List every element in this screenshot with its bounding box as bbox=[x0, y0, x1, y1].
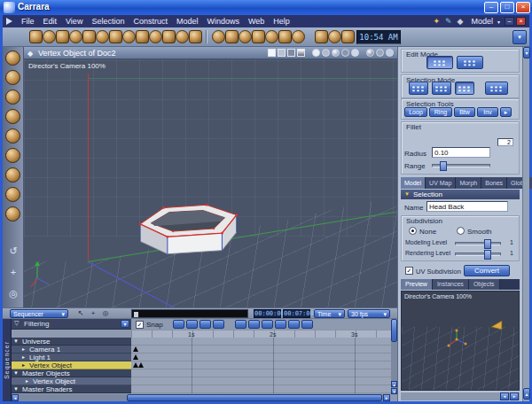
seq-tool-button-2[interactable] bbox=[186, 320, 198, 329]
subdivision-smooth-radio[interactable] bbox=[457, 227, 465, 235]
tool-icon-13[interactable] bbox=[189, 30, 202, 43]
subdivision-none-radio[interactable] bbox=[409, 227, 417, 235]
timeline-ruler[interactable]: 1s 2s 3s bbox=[131, 330, 391, 338]
selection-more-button[interactable]: ▸ bbox=[500, 107, 512, 117]
tool-icon-11[interactable] bbox=[162, 30, 176, 43]
tool-icon-20[interactable] bbox=[292, 30, 305, 43]
tool-icon-23[interactable] bbox=[341, 30, 355, 43]
select-vertex-button[interactable] bbox=[409, 82, 428, 95]
tool-icon-22[interactable] bbox=[328, 30, 341, 43]
expand-icon[interactable]: ▼ bbox=[13, 369, 19, 377]
minimize-button[interactable]: – bbox=[484, 2, 498, 13]
expand-icon[interactable]: ▸ bbox=[22, 346, 25, 354]
tool-icon-19[interactable] bbox=[278, 30, 292, 43]
hscroll-thumb[interactable] bbox=[127, 394, 382, 401]
rendering-slider-thumb[interactable] bbox=[484, 250, 491, 260]
preview-scroll-right-button[interactable]: ▸ bbox=[510, 392, 519, 400]
tab-model[interactable]: Model bbox=[401, 177, 426, 189]
tab-instances[interactable]: Instances bbox=[433, 279, 469, 290]
left-tool-icon-6[interactable] bbox=[5, 148, 20, 163]
left-tool-icon-3[interactable] bbox=[5, 89, 20, 105]
seq-tool-button-4[interactable] bbox=[213, 320, 224, 329]
menu-item-edit[interactable]: Edit bbox=[39, 15, 62, 27]
tab-morph[interactable]: Morph bbox=[456, 177, 481, 189]
tool-icon-2[interactable] bbox=[43, 30, 56, 43]
scroll-right-button[interactable]: ▸ bbox=[383, 394, 390, 401]
tool-icon-17[interactable] bbox=[252, 30, 265, 43]
left-tool-icon-4[interactable] bbox=[5, 109, 20, 124]
vscroll-thumb[interactable] bbox=[391, 319, 397, 342]
left-tool-icon-8[interactable] bbox=[5, 187, 20, 202]
track-name-cell[interactable]: ▼ Universe bbox=[12, 338, 131, 346]
view-sphere-icon-3[interactable] bbox=[332, 49, 340, 57]
left-tool-icon-7[interactable] bbox=[5, 167, 20, 183]
track-name-cell[interactable]: ▸ Vertex Object bbox=[12, 377, 131, 385]
collapse-icon[interactable]: ▼ bbox=[404, 190, 410, 199]
modeling-slider-thumb[interactable] bbox=[484, 239, 491, 249]
tool-icon-8[interactable] bbox=[122, 30, 136, 43]
tool-icon-9[interactable] bbox=[136, 30, 149, 43]
track-name-cell[interactable]: ▼ Master Objects bbox=[12, 369, 131, 377]
mesh-object[interactable] bbox=[137, 198, 242, 258]
tool-icon-15[interactable] bbox=[225, 30, 239, 43]
radius-input[interactable] bbox=[432, 147, 490, 158]
keyframe-marker[interactable] bbox=[138, 362, 144, 368]
range-slider[interactable] bbox=[432, 164, 490, 167]
filtering-dropdown-button[interactable]: ▾ bbox=[121, 320, 129, 328]
room-icon-render[interactable]: ◆ bbox=[458, 17, 464, 26]
fps-dropdown[interactable]: 30 fps ▾ bbox=[348, 309, 390, 318]
seq-tool-button-7[interactable] bbox=[262, 320, 273, 329]
menu-item-selection[interactable]: Selection bbox=[87, 15, 129, 27]
seq-tool-button-3[interactable] bbox=[200, 320, 211, 329]
display-mode-flat-icon[interactable] bbox=[278, 49, 286, 57]
track-name-cell[interactable]: ▸ Light 1 bbox=[12, 354, 131, 361]
preview-viewport[interactable]: Director's Camera 100% bbox=[401, 291, 520, 391]
menu-item-view[interactable]: View bbox=[61, 15, 87, 27]
edit-mode-assembly-button[interactable] bbox=[457, 56, 483, 69]
selection-section-header[interactable]: ▼ Selection bbox=[401, 190, 520, 199]
scroll-down-button[interactable]: ▾ bbox=[391, 388, 397, 394]
expand-icon[interactable]: ▼ bbox=[13, 385, 19, 393]
sequencer-dropdown[interactable]: Sequencer ▾ bbox=[10, 309, 68, 318]
view-sphere-icon-7[interactable] bbox=[376, 49, 384, 57]
menu-item-windows[interactable]: Windows bbox=[202, 15, 244, 27]
seq-tool-button-9[interactable] bbox=[288, 320, 300, 329]
playhead-marker[interactable] bbox=[134, 312, 138, 317]
view-sphere-icon-2[interactable] bbox=[322, 49, 330, 57]
expand-icon[interactable]: ▸ bbox=[22, 361, 25, 369]
tool-icon-4[interactable] bbox=[69, 30, 82, 43]
vertical-scrollbar[interactable]: ▴ ▾ bbox=[391, 319, 397, 394]
snap-checkbox[interactable]: ✓ bbox=[136, 321, 144, 329]
track-name-cell[interactable]: ▸ Camera 1 bbox=[12, 346, 131, 354]
preview-scroll-left-button[interactable]: ◂ bbox=[500, 392, 509, 400]
menu-item-web[interactable]: Web bbox=[244, 15, 269, 27]
select-face-button[interactable] bbox=[455, 82, 474, 95]
room-icon-texture[interactable]: ✎ bbox=[445, 17, 452, 26]
keyframe-marker[interactable] bbox=[133, 346, 138, 352]
doc-close-button[interactable]: × bbox=[516, 17, 526, 26]
left-tool-icon-2[interactable] bbox=[5, 70, 20, 85]
expand-icon[interactable]: ▸ bbox=[22, 354, 25, 361]
seq-tool-button-8[interactable] bbox=[275, 320, 286, 329]
view-sphere-icon-8[interactable] bbox=[386, 49, 394, 57]
uv-subdivision-checkbox[interactable]: ✓ bbox=[405, 267, 413, 275]
keyframe-marker[interactable] bbox=[133, 354, 138, 360]
view-sphere-icon-1[interactable] bbox=[312, 49, 320, 57]
invert-button[interactable]: Inv bbox=[477, 107, 498, 117]
menu-item-model[interactable]: Model bbox=[172, 15, 203, 27]
toolbar-right-button[interactable]: ▾ bbox=[512, 30, 527, 44]
tool-icon-7[interactable] bbox=[109, 30, 122, 43]
cursor-tool-icon[interactable]: ↖ bbox=[75, 309, 86, 318]
loop-button[interactable]: Loop bbox=[404, 107, 427, 117]
time-mode-dropdown[interactable]: Time ▾ bbox=[314, 309, 345, 318]
track-name-cell[interactable]: ▼ Master Shaders bbox=[12, 385, 131, 393]
between-button[interactable]: Btw bbox=[454, 107, 475, 117]
viewport-canvas[interactable]: Director's Camera 100% bbox=[24, 59, 397, 307]
tool-icon-5[interactable] bbox=[82, 30, 96, 43]
tool-icon-16[interactable] bbox=[239, 30, 252, 43]
tab-preview[interactable]: Preview bbox=[401, 279, 433, 290]
tool-icon-1[interactable] bbox=[29, 30, 43, 43]
view-sphere-icon-4[interactable] bbox=[341, 49, 349, 57]
room-icon-assemble[interactable]: ✦ bbox=[433, 17, 440, 26]
rendering-level-slider[interactable] bbox=[455, 252, 501, 256]
